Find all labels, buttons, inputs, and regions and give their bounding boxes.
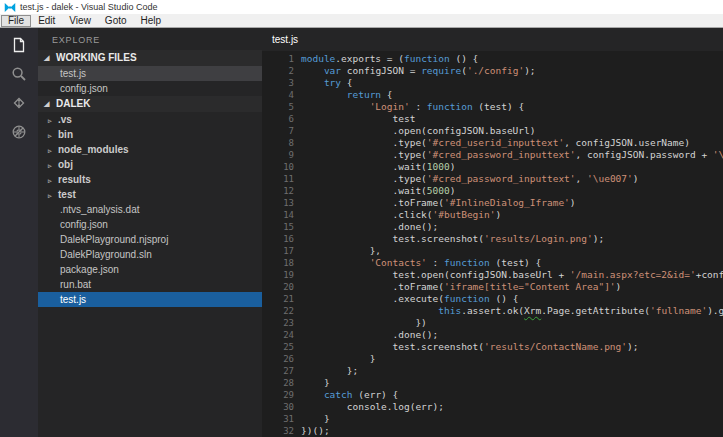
code-line[interactable]: 13 .toFrame('#InlineDialog_Iframe')	[262, 197, 723, 209]
sidebar-item-package-json[interactable]: package.json	[38, 262, 262, 277]
menu-edit[interactable]: Edit	[31, 15, 62, 27]
line-number: 17	[262, 245, 301, 257]
line-number: 23	[262, 317, 301, 329]
code-line[interactable]: 2 var configJSON = require('./config');	[262, 65, 723, 77]
file-label: config.json	[60, 219, 108, 230]
sidebar-title: EXPLORE	[38, 28, 262, 50]
tab-testjs[interactable]: test.js	[262, 28, 308, 51]
sidebar-item-dalekplayground-njsproj[interactable]: DalekPlayground.njsproj	[38, 232, 262, 247]
code-line[interactable]: 14 .click('#butBegin')	[262, 209, 723, 221]
sidebar-item-obj[interactable]: ▹obj	[38, 157, 262, 172]
code-text: test.screenshot('results/ContactName.png…	[301, 341, 638, 353]
code-line[interactable]: 10 .wait(1000)	[262, 161, 723, 173]
code-text: var configJSON = require('./config');	[301, 65, 536, 77]
file-label: config.json	[60, 83, 108, 94]
code-text: .toFrame('iframe[title="Content Area"]')	[301, 281, 621, 293]
code-text: }	[301, 353, 375, 365]
sidebar-item-ntvs-analysis-dat[interactable]: .ntvs_analysis.dat	[38, 202, 262, 217]
line-number: 30	[262, 401, 301, 413]
file-label: run.bat	[60, 279, 91, 290]
sidebar-item-node-modules[interactable]: ▹node_modules	[38, 142, 262, 157]
code-line[interactable]: 9 .type('#cred_password_inputtext', conf…	[262, 149, 723, 161]
code-line[interactable]: 20 .toFrame('iframe[title="Content Area"…	[262, 281, 723, 293]
line-number: 25	[262, 341, 301, 353]
code-line[interactable]: 12 .wait(5000)	[262, 185, 723, 197]
code-line[interactable]: 31 }	[262, 413, 723, 425]
section-label: WORKING FILES	[56, 50, 137, 66]
code-text: test.open(configJSON.baseUrl + '/main.as…	[301, 269, 723, 281]
folder-label: .vs	[58, 114, 72, 125]
line-number: 14	[262, 209, 301, 221]
code-line[interactable]: 5 'Login' : function (test) {	[262, 101, 723, 113]
code-line[interactable]: 23 })	[262, 317, 723, 329]
code-line[interactable]: 7 .open(configJSON.baseUrl)	[262, 125, 723, 137]
sidebar-item-test[interactable]: ▹test	[38, 187, 262, 202]
line-number: 24	[262, 329, 301, 341]
file-label: test.js	[60, 294, 86, 305]
code-line[interactable]: 6 test	[262, 113, 723, 125]
chevron-expanded-icon: ◢	[44, 50, 52, 66]
code-line[interactable]: 1module.exports = (function () {	[262, 53, 723, 65]
sidebar-item-config-json[interactable]: config.json	[38, 217, 262, 232]
menu-file[interactable]: File	[1, 15, 31, 27]
code-line[interactable]: 16 test.screenshot('results/Login.png');	[262, 233, 723, 245]
line-number: 6	[262, 113, 301, 125]
sidebar-item-results[interactable]: ▹results	[38, 172, 262, 187]
menu-view[interactable]: View	[62, 15, 98, 27]
code-line[interactable]: 11 .type('#cred_password_inputtext', '\u…	[262, 173, 723, 185]
line-number: 27	[262, 365, 301, 377]
menubar: FileEditViewGotoHelp	[0, 14, 723, 28]
git-icon[interactable]	[11, 94, 28, 111]
code-line[interactable]: 29 catch (err) {	[262, 389, 723, 401]
code-line[interactable]: 26 }	[262, 353, 723, 365]
line-number: 5	[262, 101, 301, 113]
code-text: try {	[301, 77, 353, 89]
code-text: }	[301, 377, 330, 389]
code-text: .click('#butBegin')	[301, 209, 501, 221]
file-label: .ntvs_analysis.dat	[60, 204, 140, 215]
code-area[interactable]: 1module.exports = (function () {2 var co…	[262, 51, 723, 437]
code-line[interactable]: 28 }	[262, 377, 723, 389]
sidebar-item-test-js[interactable]: test.js	[38, 292, 262, 307]
section-header-working-files[interactable]: ◢WORKING FILES	[38, 50, 262, 66]
line-number: 2	[262, 65, 301, 77]
sidebar-item-dalekplayground-sln[interactable]: DalekPlayground.sln	[38, 247, 262, 262]
menu-goto[interactable]: Goto	[98, 15, 134, 27]
code-line[interactable]: 21 .execute(function () {	[262, 293, 723, 305]
menu-help[interactable]: Help	[134, 15, 169, 27]
tab-bar: test.js	[262, 28, 723, 51]
vscode-logo-icon	[4, 2, 16, 13]
file-label: test.js	[60, 68, 86, 79]
code-line[interactable]: 15 .done();	[262, 221, 723, 233]
code-line[interactable]: 17 },	[262, 245, 723, 257]
folder-label: test	[58, 189, 76, 200]
code-line[interactable]: 22 this.assert.ok(Xrm.Page.getAttribute(…	[262, 305, 723, 317]
code-text: },	[301, 245, 381, 257]
code-line[interactable]: 32})();	[262, 425, 723, 437]
line-number: 28	[262, 377, 301, 389]
section-header-dalek[interactable]: ◢DALEK	[38, 96, 262, 112]
code-line[interactable]: 3 try {	[262, 77, 723, 89]
sidebar-item-run-bat[interactable]: run.bat	[38, 277, 262, 292]
code-line[interactable]: 27 };	[262, 365, 723, 377]
sidebar-item-config-json[interactable]: config.json	[38, 81, 262, 96]
debug-icon[interactable]	[11, 123, 28, 140]
code-text: })();	[301, 425, 330, 437]
sidebar: EXPLORE ◢WORKING FILEStest.jsconfig.json…	[38, 28, 262, 437]
search-icon[interactable]	[11, 65, 28, 82]
code-line[interactable]: 4 return {	[262, 89, 723, 101]
code-line[interactable]: 18 'Contacts' : function (test) {	[262, 257, 723, 269]
sidebar-item-test-js[interactable]: test.js	[38, 66, 262, 81]
line-number: 13	[262, 197, 301, 209]
file-label: package.json	[60, 264, 119, 275]
code-text: .open(configJSON.baseUrl)	[301, 125, 536, 137]
sidebar-item-bin[interactable]: ▹bin	[38, 127, 262, 142]
chevron-collapsed-icon: ▹	[48, 113, 58, 128]
code-line[interactable]: 19 test.open(configJSON.baseUrl + '/main…	[262, 269, 723, 281]
sidebar-item-vs[interactable]: ▹.vs	[38, 112, 262, 127]
code-line[interactable]: 24 .done();	[262, 329, 723, 341]
code-line[interactable]: 8 .type('#cred_userid_inputtext', config…	[262, 137, 723, 149]
files-icon[interactable]	[11, 36, 28, 53]
code-line[interactable]: 25 test.screenshot('results/ContactName.…	[262, 341, 723, 353]
code-line[interactable]: 30 console.log(err);	[262, 401, 723, 413]
